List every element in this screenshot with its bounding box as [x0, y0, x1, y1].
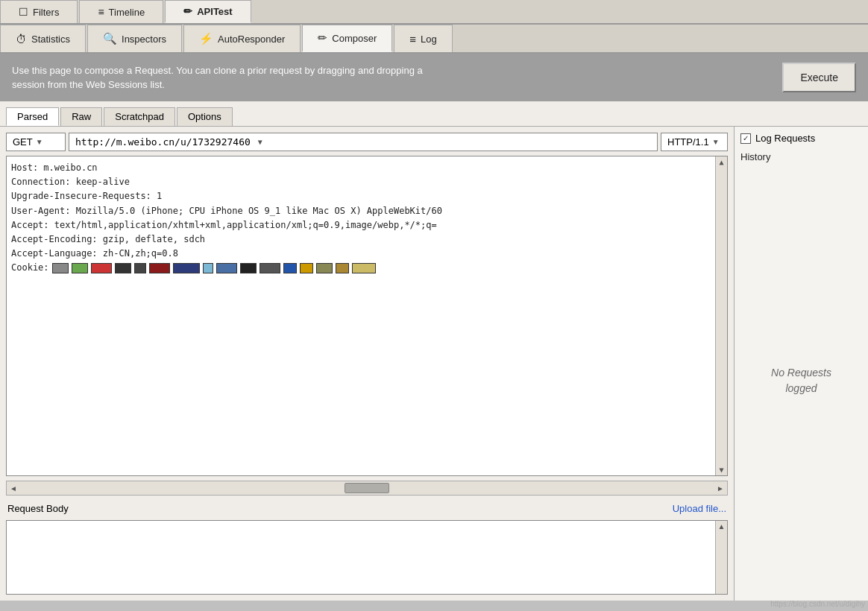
- header-line-connection: Connection: keep-alive: [11, 175, 709, 189]
- log-icon: ≡: [409, 33, 416, 45]
- tab-inspectors[interactable]: 🔍 Inspectors: [87, 25, 182, 52]
- tab-parsed[interactable]: Parsed: [6, 107, 59, 126]
- cookie-block: [316, 263, 333, 273]
- url-value: http://m.weibo.cn/u/1732927460: [75, 136, 251, 148]
- log-requests-checkbox[interactable]: ✓: [740, 133, 751, 144]
- parsed-tab-bar: Parsed Raw Scratchpad Options: [0, 101, 868, 127]
- headers-content: Host: m.weibo.cn Connection: keep-alive …: [11, 161, 723, 276]
- cookie-block: [352, 263, 376, 273]
- log-requests-label: Log Requests: [755, 133, 815, 144]
- watermark: https://blog.csdn.net/u/digihy: [770, 600, 865, 608]
- h-scroll-left-icon[interactable]: ◄: [10, 484, 17, 493]
- body-scroll-up-icon[interactable]: ▲: [718, 522, 726, 531]
- tab-statistics-label: Statistics: [31, 34, 70, 45]
- tab-composer-label: Composer: [332, 33, 377, 44]
- method-dropdown[interactable]: GET ▼: [6, 133, 66, 151]
- left-panel: GET ▼ http://m.weibo.cn/u/1732927460 ▼ H…: [0, 127, 734, 601]
- header-line-cookie: Cookie:: [11, 261, 709, 275]
- history-label: History: [740, 151, 862, 162]
- url-arrow-icon: ▼: [258, 138, 262, 146]
- url-bar: GET ▼ http://m.weibo.cn/u/1732927460 ▼ H…: [6, 133, 728, 151]
- protocol-dropdown[interactable]: HTTP/1.1 ▼: [661, 133, 728, 151]
- cookie-label: Cookie:: [11, 261, 49, 275]
- tab-timeline-label: Timeline: [109, 7, 145, 18]
- horizontal-scrollbar[interactable]: ◄ ►: [6, 481, 728, 496]
- execute-button[interactable]: Execute: [782, 63, 856, 92]
- filters-icon: ☐: [19, 6, 28, 18]
- tab-inspectors-label: Inspectors: [122, 34, 166, 45]
- h-scroll-thumb[interactable]: [345, 483, 389, 493]
- cookie-block: [149, 263, 170, 273]
- cookie-colors: [52, 263, 377, 273]
- info-banner: Use this page to compose a Request. You …: [0, 54, 868, 101]
- log-requests-row: ✓ Log Requests: [740, 133, 862, 144]
- cookie-block: [283, 263, 297, 273]
- method-arrow-icon: ▼: [36, 138, 43, 146]
- top-tab-bar: ☐ Filters ≡ Timeline ✏ APITest: [0, 0, 868, 25]
- cookie-block: [300, 263, 313, 273]
- request-body-label: Request Body: [7, 503, 69, 514]
- method-value: GET: [13, 136, 33, 148]
- tab-filters[interactable]: ☐ Filters: [0, 0, 78, 23]
- timeline-icon: ≡: [98, 6, 104, 18]
- tab-statistics[interactable]: ⏱ Statistics: [0, 25, 86, 52]
- headers-area[interactable]: Host: m.weibo.cn Connection: keep-alive …: [6, 156, 728, 476]
- tab-log[interactable]: ≡ Log: [394, 25, 452, 52]
- headers-scrollbar[interactable]: ▲ ▼: [715, 156, 727, 475]
- autoresponder-icon: ⚡: [199, 32, 213, 45]
- tab-scratchpad[interactable]: Scratchpad: [104, 107, 175, 126]
- cookie-block: [173, 263, 200, 273]
- request-body-header: Request Body Upload file...: [6, 500, 728, 517]
- body-textarea[interactable]: ▲: [6, 520, 728, 595]
- header-line-encoding: Accept-Encoding: gzip, deflate, sdch: [11, 232, 709, 247]
- no-requests-text: No Requestslogged: [740, 167, 862, 595]
- url-field[interactable]: http://m.weibo.cn/u/1732927460 ▼: [69, 133, 658, 151]
- tab-composer[interactable]: ✏ Composer: [302, 25, 392, 52]
- cookie-block: [115, 263, 131, 273]
- cookie-block: [52, 263, 69, 273]
- cookie-block: [336, 263, 349, 273]
- composer-icon: ✏: [318, 31, 327, 45]
- second-tab-bar: ⏱ Statistics 🔍 Inspectors ⚡ AutoResponde…: [0, 25, 868, 54]
- header-line-host: Host: m.weibo.cn: [11, 161, 709, 175]
- tab-autoresponder[interactable]: ⚡ AutoResponder: [183, 25, 301, 52]
- tab-options[interactable]: Options: [177, 107, 233, 126]
- tab-apitest-label: APITest: [197, 6, 232, 17]
- protocol-arrow-icon: ▼: [712, 138, 720, 146]
- statistics-icon: ⏱: [16, 33, 27, 45]
- cookie-block: [134, 263, 146, 273]
- scroll-down-icon[interactable]: ▼: [719, 466, 723, 474]
- header-line-language: Accept-Language: zh-CN,zh;q=0.8: [11, 247, 709, 261]
- protocol-value: HTTP/1.1: [667, 136, 709, 148]
- header-line-upgrade: Upgrade-Insecure-Requests: 1: [11, 189, 709, 203]
- apitest-icon: ✏: [183, 5, 192, 17]
- body-scrollbar[interactable]: ▲: [715, 521, 727, 594]
- h-scroll-right-icon[interactable]: ►: [717, 484, 724, 493]
- header-line-useragent: User-Agent: Mozilla/5.0 (iPhone; CPU iPh…: [11, 204, 709, 218]
- request-body-section: Request Body Upload file... ▲: [6, 500, 728, 595]
- cookie-block: [91, 263, 112, 273]
- cookie-block: [203, 263, 213, 273]
- cookie-block: [260, 263, 280, 273]
- main-content: Use this page to compose a Request. You …: [0, 54, 868, 601]
- tab-filters-label: Filters: [33, 7, 59, 18]
- tab-autoresponder-label: AutoResponder: [218, 34, 285, 45]
- header-line-accept: Accept: text/html,application/xhtml+xml,…: [11, 218, 709, 232]
- cookie-block: [72, 263, 88, 273]
- upload-file-link[interactable]: Upload file...: [673, 503, 726, 514]
- inspectors-icon: 🔍: [103, 32, 117, 45]
- tab-raw[interactable]: Raw: [60, 107, 102, 126]
- tab-timeline[interactable]: ≡ Timeline: [79, 0, 163, 23]
- cookie-block: [240, 263, 257, 273]
- scroll-up-icon[interactable]: ▲: [719, 158, 723, 166]
- cookie-block: [216, 263, 237, 273]
- right-panel: ✓ Log Requests History No Requestslogged: [734, 127, 868, 601]
- banner-text: Use this page to compose a Request. You …: [12, 63, 782, 92]
- request-area: GET ▼ http://m.weibo.cn/u/1732927460 ▼ H…: [0, 127, 868, 601]
- tab-apitest[interactable]: ✏ APITest: [165, 0, 251, 23]
- tab-log-label: Log: [421, 34, 437, 45]
